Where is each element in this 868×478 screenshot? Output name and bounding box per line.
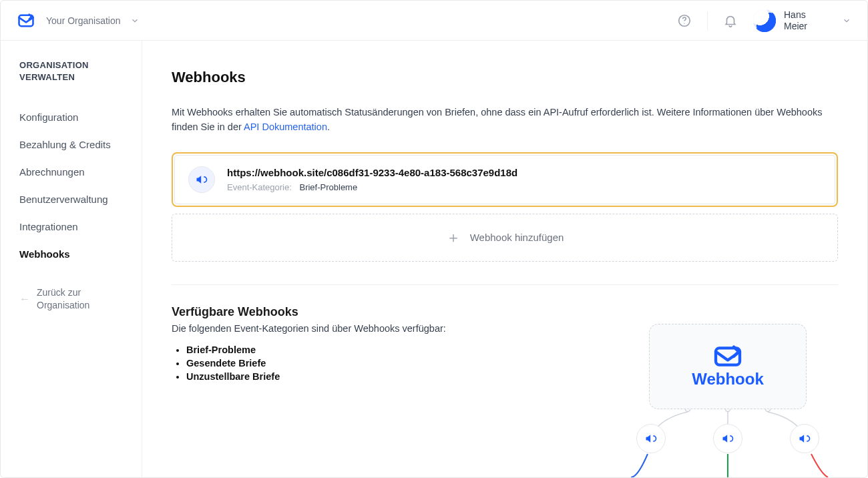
back-link-label: Zurück zur Organisation — [37, 286, 89, 310]
bell-icon[interactable] — [721, 11, 740, 30]
svg-point-2 — [684, 23, 684, 23]
webhook-category-label: Event-Kategorie: — [227, 182, 292, 192]
sidebar-item-integrationen[interactable]: Integrationen — [19, 213, 142, 240]
sidebar-section-title: ORGANISATION VERWALTEN — [19, 59, 142, 83]
arrow-left-icon: ← — [19, 293, 30, 305]
mail-icon — [713, 344, 742, 369]
webhook-url: https://webhook.site/c086df31-9233-4e80-… — [227, 167, 821, 178]
webhook-diagram: Webhook — [618, 324, 838, 477]
webhook-card[interactable]: https://webhook.site/c086df31-9233-4e80-… — [172, 152, 838, 207]
back-to-org-link[interactable]: ← Zurück zur Organisation — [19, 286, 142, 310]
divider — [707, 11, 708, 30]
page-title: Webhooks — [172, 69, 838, 86]
sidebar-item-benutzer[interactable]: Benutzerverwaltung — [19, 186, 142, 213]
available-title: Verfügbare Webhooks — [172, 305, 838, 319]
help-icon[interactable] — [675, 11, 694, 30]
org-name: Your Organisation — [46, 15, 121, 26]
app-logo-icon — [17, 11, 35, 30]
sidebar-item-bezahlung[interactable]: Bezahlung & Credits — [19, 131, 142, 158]
chevron-down-icon — [130, 16, 140, 25]
avatar — [753, 9, 776, 32]
webhook-category-value: Brief-Probleme — [299, 182, 357, 192]
api-doc-link[interactable]: API Dokumentation — [244, 122, 327, 132]
sidebar-item-abrechnungen[interactable]: Abrechnungen — [19, 158, 142, 186]
org-selector[interactable]: Your Organisation — [46, 15, 140, 26]
add-webhook-button[interactable]: ＋ Webhook hinzufügen — [172, 214, 838, 262]
megaphone-icon — [188, 166, 215, 193]
megaphone-icon — [790, 424, 819, 453]
main-content: Webhooks Mit Webhooks erhalten Sie autom… — [142, 41, 867, 477]
user-name: Hans Meier — [784, 9, 807, 32]
add-webhook-label: Webhook hinzufügen — [470, 232, 564, 243]
divider — [172, 284, 838, 285]
plus-icon: ＋ — [446, 228, 461, 248]
sidebar-item-webhooks[interactable]: Webhooks — [19, 240, 142, 268]
sidebar-item-konfiguration[interactable]: Konfiguration — [19, 103, 142, 131]
user-menu[interactable]: Hans Meier — [753, 9, 851, 32]
diagram-label: Webhook — [692, 370, 764, 389]
megaphone-icon — [636, 424, 666, 453]
diagram-box: Webhook — [649, 324, 807, 409]
megaphone-icon — [713, 424, 742, 453]
chevron-down-icon — [842, 16, 851, 25]
page-lead: Mit Webhooks erhalten Sie automatisch St… — [172, 105, 838, 135]
app-header: Your Organisation Hans Meier — [1, 1, 867, 41]
sidebar: ORGANISATION VERWALTEN Konfiguration Bez… — [1, 41, 142, 477]
